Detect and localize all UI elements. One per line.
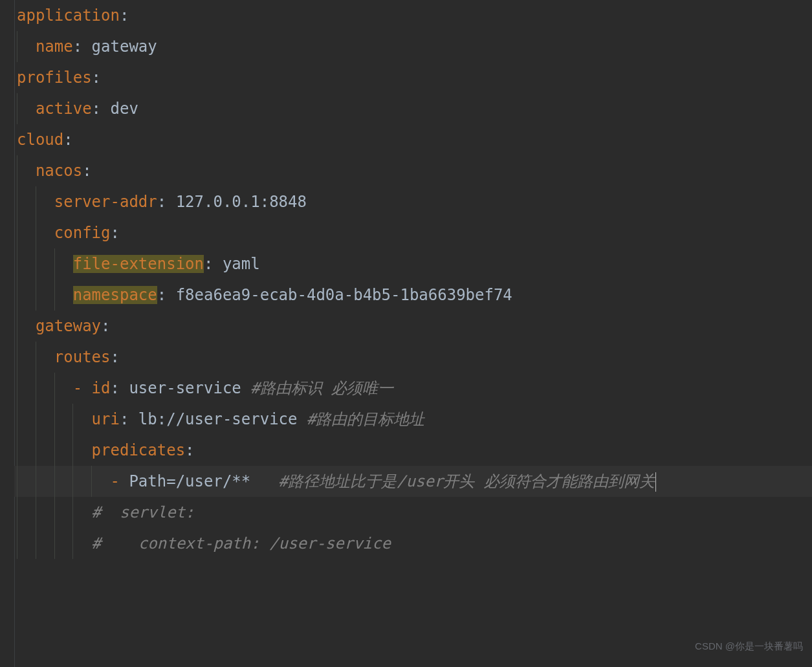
- code-line[interactable]: cloud:: [14, 124, 812, 155]
- code-line[interactable]: gateway:: [14, 311, 812, 342]
- code-value: Path=/user/**: [129, 472, 278, 490]
- code-key: profiles: [17, 69, 92, 87]
- code-line[interactable]: server-addr: 127.0.0.1:8848: [14, 186, 812, 217]
- code-editor[interactable]: application: name: gatewayprofiles: acti…: [0, 0, 812, 667]
- code-key: application: [17, 6, 120, 25]
- indent: [17, 255, 73, 273]
- code-key: name: [36, 38, 73, 56]
- code-value: :: [101, 317, 110, 335]
- code-value: : yaml: [204, 255, 260, 273]
- indent: [17, 410, 92, 428]
- indent: [17, 503, 92, 521]
- code-comment: #路由标识 必须唯一: [250, 379, 393, 397]
- code-key: cloud: [17, 131, 63, 149]
- code-key: server-addr: [54, 193, 157, 211]
- indent: [17, 286, 73, 304]
- code-comment: #路由的目标地址: [307, 410, 424, 428]
- code-value: :: [111, 348, 120, 366]
- code-value: : f8ea6ea9-ecab-4d0a-b4b5-1ba6639bef74: [157, 286, 512, 304]
- code-line[interactable]: config:: [14, 217, 812, 248]
- indent: [17, 379, 73, 397]
- code-value: : 127.0.0.1:8848: [157, 193, 307, 211]
- code-line[interactable]: - id: user-service #路由标识 必须唯一: [14, 373, 812, 404]
- code-line[interactable]: application:: [14, 0, 812, 31]
- code-value: : user-service: [111, 379, 251, 397]
- code-line[interactable]: active: dev: [14, 93, 812, 124]
- indent: [17, 472, 111, 490]
- code-line[interactable]: # context-path: /user-service: [14, 528, 812, 559]
- code-line[interactable]: routes:: [14, 342, 812, 373]
- indent: [17, 162, 36, 180]
- code-line[interactable]: predicates:: [14, 435, 812, 466]
- code-line[interactable]: namespace: f8ea6ea9-ecab-4d0a-b4b5-1ba66…: [14, 279, 812, 311]
- indent: [17, 224, 54, 242]
- code-line[interactable]: - Path=/user/** #路径地址比于是/user开头 必须符合才能路由…: [14, 466, 812, 497]
- code-value: : gateway: [73, 38, 157, 56]
- code-key: predicates: [92, 441, 186, 459]
- code-comment: #路径地址比于是/user开头 必须符合才能路由到网关: [279, 472, 655, 490]
- code-value: : lb://user-service: [120, 410, 307, 428]
- code-dash: -: [73, 379, 92, 397]
- code-key: id: [92, 379, 111, 397]
- code-key: uri: [92, 410, 120, 428]
- code-line[interactable]: nacos:: [14, 155, 812, 186]
- code-key: namespace: [73, 286, 157, 304]
- indent: [17, 534, 92, 552]
- indent: [17, 100, 36, 118]
- code-value: :: [82, 162, 91, 180]
- code-key: gateway: [36, 317, 101, 335]
- code-key: active: [36, 100, 92, 118]
- code-value: :: [92, 69, 101, 87]
- indent: [17, 193, 54, 211]
- indent: [17, 38, 36, 56]
- code-comment: # servlet:: [92, 503, 195, 521]
- code-value: :: [120, 6, 129, 25]
- code-value: : dev: [92, 100, 138, 118]
- code-key: file-extension: [73, 255, 204, 273]
- code-value: :: [185, 441, 194, 459]
- code-line[interactable]: # servlet:: [14, 497, 812, 528]
- code-value: :: [111, 224, 120, 242]
- code-line[interactable]: name: gateway: [14, 31, 812, 62]
- gutter: [0, 0, 15, 667]
- code-key: routes: [54, 348, 111, 366]
- caret: [655, 472, 656, 492]
- code-value: :: [63, 131, 72, 149]
- code-line[interactable]: file-extension: yaml: [14, 248, 812, 279]
- watermark: CSDN @你是一块番薯吗: [695, 631, 803, 662]
- code-dash: -: [111, 472, 129, 490]
- code-line[interactable]: profiles:: [14, 62, 812, 93]
- indent: [17, 348, 54, 366]
- code-line[interactable]: uri: lb://user-service #路由的目标地址: [14, 404, 812, 435]
- code-key: nacos: [36, 162, 82, 180]
- code-key: config: [54, 224, 111, 242]
- indent: [17, 317, 36, 335]
- indent: [17, 441, 92, 459]
- code-comment: # context-path: /user-service: [92, 534, 391, 552]
